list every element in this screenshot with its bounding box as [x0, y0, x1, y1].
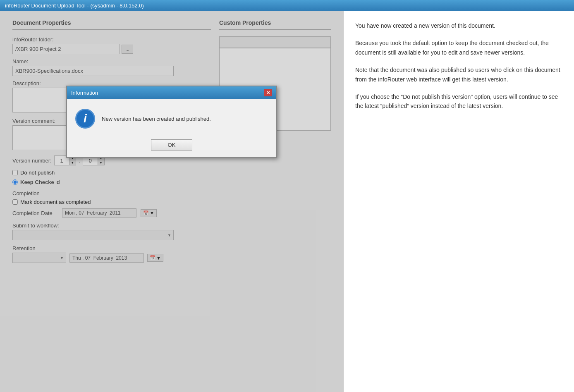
- modal-titlebar: Information ✕: [67, 86, 276, 99]
- modal-overlay: Information ✕ i New version has been cre…: [0, 11, 343, 392]
- right-panel-para-3: Note that the document was also publishe…: [355, 65, 562, 84]
- information-dialog: Information ✕ i New version has been cre…: [66, 86, 277, 158]
- modal-title: Information: [71, 90, 98, 96]
- close-icon: ✕: [266, 90, 270, 96]
- info-icon: i: [75, 109, 95, 129]
- right-panel: You have now created a new version of th…: [343, 11, 574, 392]
- modal-footer: OK: [67, 135, 276, 157]
- modal-body: i New version has been created and publi…: [67, 99, 276, 135]
- right-panel-para-1: You have now created a new version of th…: [355, 21, 562, 30]
- right-panel-para-2: Because you took the default option to k…: [355, 38, 562, 57]
- modal-message: New version has been created and publish…: [102, 116, 211, 122]
- left-panel: Document Properties infoRouter folder: .…: [0, 11, 343, 392]
- modal-close-button[interactable]: ✕: [264, 89, 272, 96]
- modal-ok-button[interactable]: OK: [151, 139, 193, 151]
- title-bar: infoRouter Document Upload Tool - (sysad…: [0, 0, 574, 11]
- info-icon-text: i: [84, 112, 87, 125]
- title-bar-text: infoRouter Document Upload Tool - (sysad…: [5, 2, 144, 9]
- right-panel-para-4: If you choose the “Do not publish this v…: [355, 92, 562, 111]
